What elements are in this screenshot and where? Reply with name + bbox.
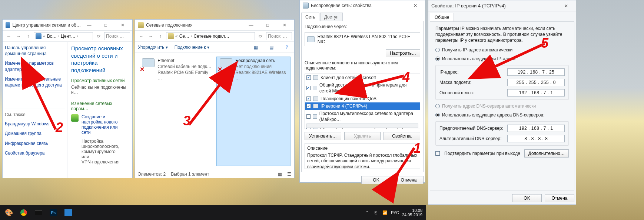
tab-general[interactable]: Общие [430,13,454,21]
status-bar: Элементов: 2 Выбран 1 элемент ▦ ☰ [135,170,294,178]
ip-address-input[interactable]: 192 . 168 . 7 . 25 [507,68,565,76]
close-button[interactable]: ✕ [558,1,574,11]
help-button[interactable]: ? [282,43,291,52]
gateway-input[interactable]: 192 . 168 . 7 . 1 [507,89,565,97]
subnet-mask-input[interactable]: 255 . 255 . 255 . 0 [507,79,565,86]
radio-icon [435,48,440,52]
tray-icon[interactable]: ⎘ [373,210,379,216]
view-icons-button[interactable]: ▦ [251,43,260,52]
network-icon [303,3,309,9]
breadcrumb[interactable]: «Се… ›Сетевые подкл… [166,32,255,40]
minimize-button[interactable]: — [81,20,97,30]
properties-button[interactable]: Свойства [384,132,420,140]
nav-row: ← → ↑ «Се… ›Сетевые подкл… ⟳ Поиск: … [135,31,294,42]
close-button[interactable]: ✕ [276,20,293,30]
taskbar[interactable]: 🎨 Ps ˄ ⎘ 📶 РУС 10:08 24.05.2019 [0,205,426,220]
connection-ethernet[interactable]: ✕ Ethernet Сетевой кабель не подк… Realt… [139,57,213,166]
link-change-adapter[interactable]: Изменение параметров адаптера [5,60,65,72]
organize-menu[interactable]: Упорядочить ▾ [138,45,168,50]
language-indicator[interactable]: РУС [391,210,399,215]
nic-icon [307,36,315,42]
clock[interactable]: 10:08 24.05.2019 [402,208,422,217]
install-button[interactable]: Установить… [305,132,341,140]
checkbox-icon[interactable] [306,104,311,108]
window-adapter-properties: Беспроводная сеть: свойства ✕ Сеть Досту… [299,0,425,183]
titlebar[interactable]: Беспроводная сеть: свойства ✕ [300,0,425,11]
radio-icon [435,57,440,61]
title-text: Свойства: IP версии 4 (TCP/IPv4) [431,3,506,9]
maximize-button[interactable]: □ [259,20,276,30]
component-item-ipv4: IP версии 4 (TCP/IPv4) [305,102,420,110]
link-infrared[interactable]: Инфракрасная связь [5,141,65,146]
configure-button[interactable]: Настроить… [386,49,420,57]
titlebar[interactable]: Сетевые подключения — □ ✕ [135,20,294,31]
checkbox-icon[interactable] [306,114,311,119]
breadcrumb[interactable]: «Вс… ›Цент… › [34,32,93,40]
up-button[interactable]: ↑ [24,32,32,40]
taskbar-app-icon[interactable] [63,207,73,218]
checkbox-icon[interactable] [306,75,311,80]
tab-sharing[interactable]: Доступ [320,13,343,21]
cancel-button[interactable]: Отмена [394,176,424,184]
task-new-connection[interactable]: Создание и настройка нового подключения … [71,114,129,135]
gateway-label: Основной шлюз: [439,90,507,95]
titlebar[interactable]: Центр управления сетями и об… — □ ✕ [3,20,132,31]
refresh-button[interactable]: ⟳ [256,32,265,40]
scrollbar[interactable] [306,123,418,128]
checkbox-icon[interactable] [306,86,311,90]
right-pane: Просмотр основных сведений о сети и наст… [67,42,132,178]
connection-wireless[interactable]: ✕ Беспроводная сеть Нет подключения Real… [216,57,291,166]
radio-dns-manual[interactable]: Использовать следующие адреса DNS-сервер… [435,112,569,118]
taskbar-chrome-icon[interactable] [19,207,29,218]
date-text: 24.05.2019 [402,213,422,217]
taskbar-photoshop-icon[interactable]: Ps [48,207,59,218]
link-internet-options[interactable]: Свойства браузера [5,150,65,156]
cancel-button[interactable]: Отмена [545,194,574,202]
remove-button[interactable]: Удалить [344,132,381,140]
forward-button[interactable]: → [14,32,23,40]
up-button[interactable]: ↑ [156,32,165,40]
back-button[interactable]: ← [137,32,145,40]
subhead-change: Изменение сетевых парам… [71,101,129,111]
ok-button[interactable]: OK [361,176,391,184]
checkbox-icon[interactable] [306,97,311,101]
close-button[interactable]: ✕ [407,0,424,11]
titlebar[interactable]: Свойства: IP версии 4 (TCP/IPv4) ✕ [428,0,576,11]
back-button[interactable]: ← [5,32,13,40]
tab-network[interactable]: Сеть [301,13,319,21]
radio-ip-auto[interactable]: Получить IP-адрес автоматически [435,47,569,53]
view-list-icon[interactable]: ☰ [287,172,291,177]
connect-to-menu[interactable]: Подключение к ▾ [175,45,209,50]
wifi-tray-icon[interactable]: 📶 [382,210,388,216]
link-cp-home[interactable]: Панель управления — домашняя страница [5,45,65,57]
validate-checkbox[interactable]: Подтвердить параметры при выходе [435,151,520,156]
close-button[interactable]: ✕ [114,20,131,30]
view-details-button[interactable]: ▤ [267,43,276,52]
checkbox-icon [435,151,440,156]
maximize-button[interactable]: □ [97,20,114,30]
dns-preferred-label: Предпочитаемый DNS-сервер: [439,126,507,131]
window-ipv4-properties: Свойства: IP версии 4 (TCP/IPv4) ✕ Общие… [428,0,576,205]
component-icon [313,75,318,80]
advanced-button[interactable]: Дополнительно… [524,149,569,158]
ok-button[interactable]: OK [512,194,542,202]
page-heading: Просмотр основных сведений о сети и наст… [71,45,129,74]
forward-button[interactable]: → [147,32,155,40]
search-input[interactable]: Поиск … [104,32,130,40]
taskbar-paint-icon[interactable]: 🎨 [4,207,14,218]
nic-name: Realtek 8821AE Wireless LAN 802.11ac PCI… [318,34,418,44]
component-item: Планировщик пакетов QoS [305,95,420,102]
view-large-icon[interactable]: ▦ [278,172,282,177]
link-advanced-sharing[interactable]: Изменить дополнительные параметры общего… [5,76,65,88]
radio-ip-manual[interactable]: Использовать следующий IP-адрес: [435,56,569,61]
taskbar-terminal-icon[interactable] [33,207,44,218]
minimize-button[interactable]: — [243,20,259,30]
dns-alternate-input[interactable]: 8 . 8 . 8 . 8 [507,135,565,142]
component-icon [313,114,317,119]
search-input[interactable]: Поиск: … [266,32,292,40]
connections-area: ✕ Ethernet Сетевой кабель не подк… Realt… [135,53,294,170]
chevron-up-icon[interactable]: ˄ [364,210,370,216]
component-icon [313,104,318,108]
refresh-button[interactable]: ⟳ [94,32,103,40]
dns-preferred-input[interactable]: 192 . 168 . 7 . 1 [507,125,565,132]
